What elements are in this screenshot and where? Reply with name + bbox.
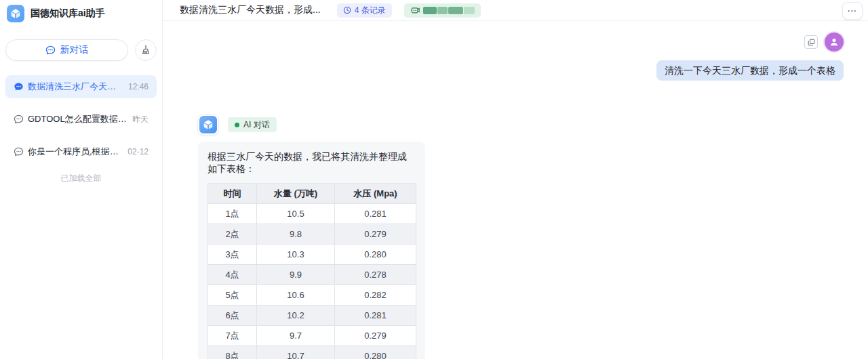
chat-bubble-filled-icon: [14, 82, 24, 92]
table-row: 5点10.60.282: [208, 285, 416, 305]
table-cell: 3点: [208, 245, 257, 265]
table-row: 1点10.50.281: [208, 204, 416, 224]
table-cell: 5点: [208, 285, 257, 305]
history-item-time: 昨天: [132, 114, 149, 125]
table-cell: 8点: [208, 346, 257, 359]
table-cell: 9.7: [257, 326, 335, 346]
chat-bubble-icon: [45, 45, 56, 56]
model-badge: [404, 3, 481, 18]
table-cell: 0.279: [335, 224, 416, 245]
history-item-title: 你是一个程序员,根据这...: [28, 146, 123, 158]
table-row: 4点9.90.278: [208, 265, 416, 285]
chat-bubble-outline-icon: [14, 147, 24, 157]
clock-icon: [343, 6, 351, 14]
history-loaded-all: 已加载全部: [0, 173, 162, 184]
table-column-header: 时间: [208, 184, 257, 204]
table-row: 3点10.30.280: [208, 245, 416, 265]
robot-icon: [410, 6, 420, 14]
topbar: 数据清洗三水厂今天数据，形成... 4 条记录 ···: [163, 0, 868, 21]
ai-dialog-badge-label: AI 对话: [243, 119, 270, 131]
copy-icon: [808, 39, 815, 46]
table-cell: 0.282: [335, 285, 416, 305]
green-status-dot: [235, 123, 239, 127]
user-avatar[interactable]: [825, 33, 844, 51]
history-item-time: 12:46: [128, 82, 149, 91]
table-cell: 0.281: [335, 305, 416, 326]
history-item-time: 02-12: [127, 147, 149, 156]
table-column-header: 水量 (万吨): [257, 184, 335, 204]
person-icon: [829, 37, 840, 47]
sidebar: 国德知识库ai助手 新对话 数据清洗三水厂今天数据...12:46GDTOOL怎…: [0, 0, 163, 359]
data-table: 时间水量 (万吨)水压 (Mpa) 1点10.50.2812点9.80.2793…: [208, 183, 416, 359]
new-chat-button[interactable]: 新对话: [5, 39, 128, 61]
records-badge-label: 4 条记录: [355, 5, 386, 16]
history-list: 数据清洗三水厂今天数据...12:46GDTOOL怎么配置数据源啊昨天你是一个程…: [0, 75, 162, 163]
brand: 国德知识库ai助手: [0, 0, 162, 27]
table-row: 6点10.20.281: [208, 305, 416, 326]
table-cell: 0.278: [335, 265, 416, 285]
table-row: 7点9.70.279: [208, 326, 416, 346]
new-chat-label: 新对话: [60, 44, 89, 56]
table-cell: 10.3: [257, 245, 335, 265]
table-cell: 10.7: [257, 346, 335, 359]
more-options-icon: ···: [848, 7, 857, 15]
history-item-1[interactable]: GDTOOL怎么配置数据源啊昨天: [5, 108, 157, 131]
table-cell: 7点: [208, 326, 257, 346]
chat-bubble-outline-icon: [14, 114, 24, 125]
ai-dialog-badge: AI 对话: [228, 117, 277, 132]
clear-history-button[interactable]: [135, 39, 157, 61]
broom-icon: [140, 45, 151, 56]
app-title: 国德知识库ai助手: [31, 7, 105, 20]
table-cell: 4点: [208, 265, 257, 285]
table-cell: 9.9: [257, 265, 335, 285]
history-item-0[interactable]: 数据清洗三水厂今天数据...12:46: [5, 75, 157, 98]
table-row: 8点10.70.280: [208, 346, 416, 359]
table-cell: 2点: [208, 224, 257, 245]
records-badge: 4 条记录: [337, 3, 392, 18]
app-logo-cube-icon: [7, 5, 24, 22]
table-cell: 10.2: [257, 305, 335, 326]
chat-area: 清洗一下今天三水厂数据，形成一个表格 AI 对话 根据三水厂今天的数据，我已将其…: [163, 21, 868, 359]
ai-avatar-cube-icon: [198, 114, 218, 135]
history-item-title: GDTOOL怎么配置数据源啊: [28, 113, 128, 125]
table-cell: 10.6: [257, 285, 335, 305]
table-row: 2点9.80.279: [208, 224, 416, 245]
ai-intro-text: 根据三水厂今天的数据，我已将其清洗并整理成如下表格：: [208, 150, 416, 175]
table-column-header: 水压 (Mpa): [335, 184, 416, 204]
history-item-2[interactable]: 你是一个程序员,根据这...02-12: [5, 140, 157, 163]
table-cell: 0.281: [335, 204, 416, 224]
table-cell: 6点: [208, 305, 257, 326]
table-cell: 10.5: [257, 204, 335, 224]
table-header-row: 时间水量 (万吨)水压 (Mpa): [208, 184, 416, 204]
conversation-title: 数据清洗三水厂今天数据，形成...: [180, 4, 321, 16]
more-options-button[interactable]: ···: [842, 2, 863, 20]
table-cell: 0.280: [335, 346, 416, 359]
user-message-bubble: 清洗一下今天三水厂数据，形成一个表格: [656, 60, 844, 81]
main-panel: 数据清洗三水厂今天数据，形成... 4 条记录 ···: [163, 0, 868, 359]
table-body: 1点10.50.2812点9.80.2793点10.30.2804点9.90.2…: [208, 204, 416, 359]
redacted-text: [423, 7, 475, 14]
ai-message-bubble: 根据三水厂今天的数据，我已将其清洗并整理成如下表格： 时间水量 (万吨)水压 (…: [198, 142, 425, 359]
history-item-title: 数据清洗三水厂今天数据...: [28, 81, 124, 93]
copy-message-button[interactable]: [804, 35, 818, 49]
table-cell: 0.279: [335, 326, 416, 346]
table-cell: 0.280: [335, 245, 416, 265]
table-cell: 1点: [208, 204, 257, 224]
table-cell: 9.8: [257, 224, 335, 245]
